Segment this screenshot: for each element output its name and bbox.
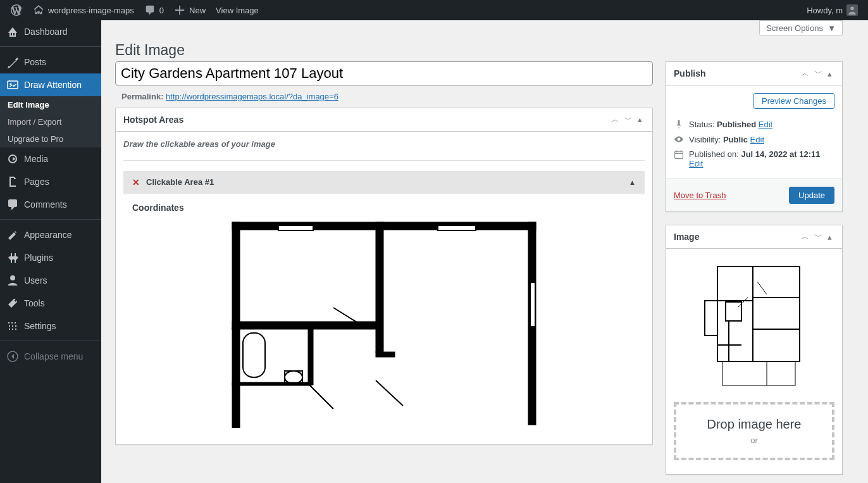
publish-title: Publish xyxy=(674,62,798,85)
svg-rect-28 xyxy=(717,267,800,361)
svg-rect-24 xyxy=(675,151,683,158)
new-link[interactable]: New xyxy=(169,0,211,20)
publish-box: Publish ︿ ﹀ ▴ Preview Changes Status: Pu… xyxy=(666,61,843,212)
dropzone-label: Drop image here xyxy=(689,417,819,432)
pin-icon xyxy=(674,119,684,129)
remove-area-icon[interactable]: ✕ xyxy=(132,177,140,187)
chevron-down-icon[interactable]: ﹀ xyxy=(812,229,825,245)
admin-bar: wordpress-image-maps 0 New View Image Ho… xyxy=(0,0,868,20)
edit-visibility-link[interactable]: Edit xyxy=(750,135,764,144)
caret-up-icon[interactable]: ▴ xyxy=(825,230,834,244)
sidebar-item-collapse[interactable]: Collapse menu xyxy=(0,345,101,368)
hotspot-areas-box: Hotspot Areas ︿ ﹀ ▴ Draw the clickable a… xyxy=(115,108,653,445)
svg-point-4 xyxy=(10,275,15,280)
chevron-up-icon[interactable]: ︿ xyxy=(798,65,812,82)
triangle-up-icon[interactable]: ▲ xyxy=(629,179,636,186)
svg-rect-7 xyxy=(232,222,240,330)
sidebar-item-settings[interactable]: Settings xyxy=(0,315,101,337)
svg-rect-10 xyxy=(376,222,383,352)
wp-logo[interactable] xyxy=(5,0,28,20)
calendar-icon xyxy=(674,149,684,160)
permalink: Permalink: http://wordpressimagemaps.loc… xyxy=(115,85,653,108)
area-title: Clickable Area #1 xyxy=(146,177,214,187)
image-thumbnail[interactable] xyxy=(704,263,805,389)
svg-rect-11 xyxy=(232,328,240,428)
svg-rect-33 xyxy=(726,302,741,321)
submenu-upgrade[interactable]: Upgrade to Pro xyxy=(0,130,101,147)
new-label: New xyxy=(189,6,206,15)
image-box: Image ︿ ﹀ ▴ xyxy=(666,225,843,475)
preview-changes-button[interactable]: Preview Changes xyxy=(753,93,834,109)
svg-rect-13 xyxy=(308,328,313,385)
eye-icon xyxy=(674,134,684,144)
sidebar-item-dashboard[interactable]: Dashboard xyxy=(0,20,101,43)
submenu-import-export[interactable]: Import / Export xyxy=(0,113,101,130)
hotspot-hint: Draw the clickable areas of your image xyxy=(123,139,645,149)
svg-rect-1 xyxy=(8,81,18,89)
chevron-up-icon[interactable]: ︿ xyxy=(798,229,812,245)
sidebar-item-comments[interactable]: Comments xyxy=(0,193,101,216)
sidebar-item-draw-attention[interactable]: Draw Attention xyxy=(0,73,101,96)
floorplan-image[interactable] xyxy=(229,219,539,428)
clickable-area-header[interactable]: ✕ Clickable Area #1 ▲ xyxy=(123,171,645,194)
permalink-link[interactable]: http://wordpressimagemaps.local/?da_imag… xyxy=(166,92,338,101)
sidebar-item-users[interactable]: Users xyxy=(0,269,101,292)
sidebar-item-plugins[interactable]: Plugins xyxy=(0,246,101,269)
caret-up-icon[interactable]: ▴ xyxy=(635,112,645,127)
image-dropzone[interactable]: Drop image here or xyxy=(674,402,834,460)
admin-sidebar: Dashboard Posts Draw Attention Edit Imag… xyxy=(0,20,101,483)
submenu: Edit Image Import / Export Upgrade to Pr… xyxy=(0,96,101,147)
screen-options-toggle[interactable]: Screen Options ▼ xyxy=(759,20,843,36)
svg-rect-22 xyxy=(438,225,476,230)
sidebar-item-posts[interactable]: Posts xyxy=(0,51,101,73)
sidebar-item-appearance[interactable]: Appearance xyxy=(0,223,101,246)
chevron-up-icon[interactable]: ︿ xyxy=(609,111,622,128)
submenu-edit-image[interactable]: Edit Image xyxy=(0,96,101,113)
svg-line-16 xyxy=(376,380,403,406)
comments-count: 0 xyxy=(159,6,164,15)
dropzone-or: or xyxy=(689,436,819,445)
svg-point-0 xyxy=(850,6,854,10)
image-box-title: Image xyxy=(674,225,798,248)
svg-rect-37 xyxy=(722,361,795,386)
caret-up-icon[interactable]: ▴ xyxy=(825,66,834,81)
view-image-link[interactable]: View Image xyxy=(211,0,264,20)
svg-rect-23 xyxy=(530,282,535,327)
chevron-down-icon[interactable]: ﹀ xyxy=(812,65,825,82)
svg-line-17 xyxy=(308,384,333,409)
page-title: Edit Image xyxy=(115,36,843,61)
hotspot-title: Hotspot Areas xyxy=(123,108,609,131)
chevron-down-icon[interactable]: ﹀ xyxy=(622,111,635,128)
svg-line-39 xyxy=(757,282,767,294)
svg-point-19 xyxy=(285,371,302,384)
svg-rect-21 xyxy=(278,225,313,230)
site-name-label: wordpress-image-maps xyxy=(48,6,134,15)
title-input[interactable] xyxy=(115,61,653,85)
sidebar-item-media[interactable]: Media xyxy=(0,147,101,170)
sidebar-item-tools[interactable]: Tools xyxy=(0,292,101,315)
avatar-icon xyxy=(846,4,858,16)
howdy-link[interactable]: Howdy, m xyxy=(802,0,863,20)
move-to-trash-link[interactable]: Move to Trash xyxy=(674,191,726,200)
coordinates-label: Coordinates xyxy=(132,203,636,213)
edit-status-link[interactable]: Edit xyxy=(759,120,772,129)
edit-date-link[interactable]: Edit xyxy=(689,159,703,168)
svg-rect-12 xyxy=(376,352,395,357)
svg-rect-34 xyxy=(705,301,717,336)
svg-rect-18 xyxy=(243,333,265,377)
site-link[interactable]: wordpress-image-maps xyxy=(28,0,139,20)
update-button[interactable]: Update xyxy=(789,187,834,204)
sidebar-item-pages[interactable]: Pages xyxy=(0,170,101,193)
comments-link[interactable]: 0 xyxy=(139,0,169,20)
